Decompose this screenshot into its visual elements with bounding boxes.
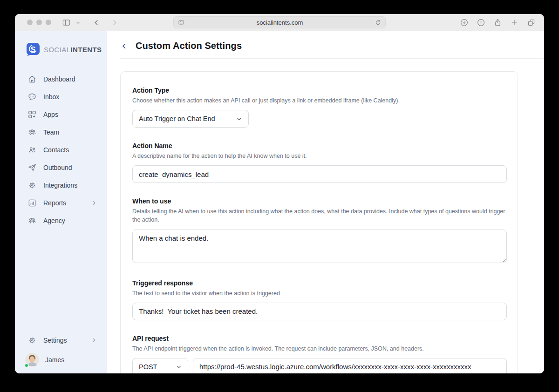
toolbar-separator	[86, 19, 86, 26]
gear-icon	[27, 336, 37, 345]
people-group-icon	[27, 216, 37, 225]
page-title: Custom Action Settings	[136, 41, 242, 51]
action-name-label: Action Name	[132, 142, 507, 149]
bar-chart-icon	[27, 198, 37, 208]
action-name-input[interactable]	[132, 165, 507, 183]
forward-button[interactable]	[108, 16, 121, 28]
triggered-response-description: The text to send to the visitor when the…	[132, 289, 507, 297]
reload-icon[interactable]	[375, 19, 382, 26]
action-name-section: Action Name A descriptive name for the a…	[132, 142, 507, 183]
back-button[interactable]	[90, 16, 103, 28]
action-type-select[interactable]: Auto Trigger on Chat End	[132, 110, 249, 128]
apps-grid-icon	[27, 110, 37, 119]
sidebar-item-apps[interactable]: Apps	[15, 106, 107, 123]
minimize-window-button[interactable]	[36, 20, 42, 25]
new-tab-icon[interactable]	[508, 16, 521, 28]
http-method-selected-value: POST	[139, 363, 157, 371]
chevron-right-icon	[91, 200, 97, 206]
sidebar-item-label: Reports	[43, 199, 66, 207]
sidebar-item-inbox[interactable]: Inbox	[15, 88, 107, 106]
brand-logo-icon: S	[26, 42, 40, 56]
action-name-description: A descriptive name for the action to hel…	[132, 152, 507, 160]
brand-logo[interactable]: S SOCIALINTENTS	[15, 42, 107, 56]
sidebar-item-label: Agency	[43, 217, 65, 224]
sidebar-chevron-down-icon[interactable]	[74, 16, 82, 28]
sidebar-item-label: Outbound	[43, 164, 72, 171]
address-bar[interactable]: socialintents.com	[173, 16, 386, 28]
action-type-section: Action Type Choose whether this action m…	[132, 87, 507, 128]
people-group-icon	[27, 128, 37, 137]
action-type-label: Action Type	[132, 87, 507, 94]
chevron-down-icon	[236, 115, 243, 122]
settings-card: Action Type Choose whether this action m…	[120, 71, 518, 373]
info-icon[interactable]	[474, 16, 487, 28]
sidebar-item-reports[interactable]: Reports	[15, 194, 107, 212]
browser-toolbar: socialintents.com	[15, 14, 544, 31]
sidebar-item-label: Dashboard	[43, 75, 75, 83]
page-header: Custom Action Settings	[107, 31, 544, 58]
when-to-use-description: Details telling the AI when to use this …	[132, 207, 507, 224]
share-icon[interactable]	[491, 16, 504, 28]
browser-window: socialintents.com	[15, 14, 544, 373]
cog-icon	[27, 181, 37, 190]
sidebar: S SOCIALINTENTS Dashboard Inbox	[15, 31, 107, 373]
when-to-use-label: When to use	[132, 197, 507, 205]
http-method-select[interactable]: POST	[132, 358, 188, 373]
sidebar-item-label: Inbox	[43, 93, 59, 101]
chevron-left-icon	[120, 42, 129, 50]
sidebar-item-integrations[interactable]: Integrations	[15, 176, 107, 194]
action-type-selected-value: Auto Trigger on Chat End	[139, 115, 215, 122]
home-icon	[27, 74, 37, 84]
contacts-icon	[27, 145, 37, 155]
paper-plane-icon	[27, 163, 37, 172]
when-to-use-section: When to use Details telling the AI when …	[132, 197, 507, 264]
api-request-description: The API endpoint triggered when the acti…	[132, 345, 507, 353]
sidebar-item-label: Integrations	[43, 182, 77, 189]
api-request-label: API request	[132, 335, 507, 342]
user-name: James	[45, 356, 64, 364]
sidebar-item-dashboard[interactable]: Dashboard	[15, 70, 107, 88]
chevron-down-icon	[176, 364, 182, 370]
triggered-response-label: Triggered response	[132, 279, 507, 287]
downloads-icon[interactable]	[457, 16, 470, 28]
zoom-window-button[interactable]	[46, 20, 51, 25]
close-window-button[interactable]	[27, 20, 33, 25]
api-url-input[interactable]	[193, 358, 507, 373]
sidebar-toggle-icon[interactable]	[60, 16, 73, 28]
user-menu[interactable]: James	[15, 349, 107, 371]
when-to-use-textarea[interactable]: When a chat is ended.	[132, 230, 507, 263]
header-divider	[120, 58, 544, 59]
sidebar-item-label: Settings	[43, 337, 67, 344]
sidebar-item-outbound[interactable]: Outbound	[15, 159, 107, 176]
sidebar-item-label: Apps	[43, 111, 58, 118]
api-request-section: API request The API endpoint triggered w…	[132, 335, 507, 373]
brand-name: SOCIALINTENTS	[44, 46, 102, 54]
chat-bubble-icon	[27, 92, 37, 101]
action-type-description: Choose whether this action makes an API …	[132, 96, 507, 105]
online-status-dot	[24, 363, 29, 368]
url-text[interactable]: socialintents.com	[185, 19, 375, 26]
main-content: Custom Action Settings Action Type Choos…	[107, 31, 544, 373]
tab-overview-icon[interactable]	[525, 16, 538, 28]
window-controls	[27, 20, 51, 25]
triggered-response-input[interactable]	[132, 303, 507, 320]
triggered-response-section: Triggered response The text to send to t…	[132, 279, 507, 320]
sidebar-item-agency[interactable]: Agency	[15, 212, 107, 230]
page-settings-icon[interactable]	[177, 19, 185, 26]
sidebar-item-contacts[interactable]: Contacts	[15, 141, 107, 159]
sidebar-footer: Settings	[15, 331, 107, 373]
sidebar-item-label: Contacts	[43, 146, 69, 154]
chevron-right-icon	[91, 337, 97, 344]
sidebar-item-label: Team	[43, 128, 59, 136]
sidebar-item-team[interactable]: Team	[15, 123, 107, 141]
sidebar-item-settings[interactable]: Settings	[15, 331, 107, 349]
back-chevron-button[interactable]	[120, 42, 129, 50]
